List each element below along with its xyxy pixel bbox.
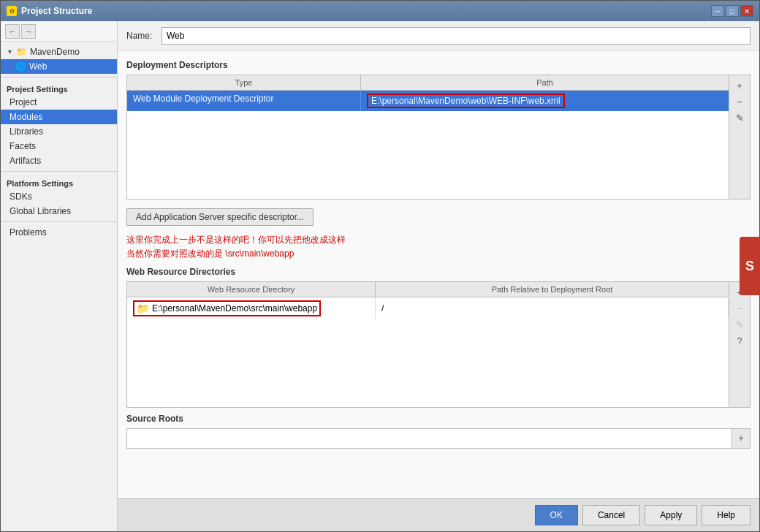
sidebar-item-facets[interactable]: Facets (1, 139, 117, 153)
deployment-edit-btn[interactable]: ✎ (732, 110, 747, 125)
web-resource-section-label: Web Resource Directories (126, 267, 750, 277)
web-dir-header: Web Resource Directory (127, 282, 376, 297)
web-dir-bordered: 📁 E:\personal\MavenDemo\src\main\webapp (133, 300, 321, 316)
tree-item-label: MavenDemo (30, 47, 80, 57)
row-type-cell: Web Module Deployment Descriptor (127, 91, 361, 111)
forward-button[interactable]: → (21, 24, 36, 39)
sidebar-item-libraries[interactable]: Libraries (1, 124, 117, 139)
tree-item-web-label: Web (29, 61, 47, 72)
web-table-header: Web Resource Directory Path Relative to … (127, 282, 729, 297)
tree-arrow-icon: ▼ (7, 48, 13, 56)
web-dir-cell: 📁 E:\personal\MavenDemo\src\main\webapp (127, 297, 376, 319)
annotation-line2: 当然你需要对照改动的是 \src\main\webapp (126, 247, 750, 261)
name-label: Name: (126, 31, 156, 41)
web-rel-header: Path Relative to Deployment Root (376, 282, 729, 297)
title-bar: ⚙ Project Structure ─ □ ✕ (1, 1, 759, 21)
row-path-cell: E:\personal\MavenDemo\web\WEB-INF\web.xm… (361, 91, 729, 111)
source-roots-side-buttons: + (732, 428, 750, 449)
annotation-line1: 这里你完成上一步不是这样的吧！你可以先把他改成这样 (126, 233, 750, 247)
type-column-header: Type (127, 75, 361, 90)
window-title: Project Structure (21, 6, 711, 16)
divider-2 (1, 171, 117, 172)
source-add-btn[interactable]: + (734, 430, 748, 445)
sidebar-item-global-libraries[interactable]: Global Libraries (1, 204, 117, 218)
help-button[interactable]: Help (702, 505, 750, 525)
table-empty-area (127, 111, 729, 199)
sidebar-item-sdks[interactable]: SDKs (1, 189, 117, 204)
divider-1 (1, 77, 117, 77)
apply-button[interactable]: Apply (645, 505, 697, 525)
sidebar: ← → ▼ 📁 MavenDemo 🌐 Web Project Sett (1, 21, 118, 531)
web-icon: 🌐 (15, 61, 26, 72)
window-controls: ─ □ ✕ (711, 5, 753, 17)
ok-button[interactable]: OK (535, 505, 578, 525)
sidebar-item-project[interactable]: Project (1, 95, 117, 110)
window-icon: ⚙ (7, 6, 17, 16)
tree-item-web[interactable]: 🌐 Web (1, 59, 117, 74)
maximize-btn[interactable]: □ (726, 5, 739, 17)
content-area: Name: Deployment Descriptors Type Path (118, 21, 759, 531)
web-rel-cell: / (376, 300, 729, 316)
web-dir-value: E:\personal\MavenDemo\src\main\webapp (152, 303, 317, 314)
web-edit-btn: ✎ (732, 317, 747, 332)
deployment-descriptors-table: Type Path Web Module Deployment Descript… (126, 75, 729, 200)
corner-decoration-logo: S (740, 237, 759, 295)
sidebar-item-modules[interactable]: Modules (1, 110, 117, 124)
web-resource-row[interactable]: 📁 E:\personal\MavenDemo\src\main\webapp … (127, 297, 729, 319)
path-value: E:\personal\MavenDemo\web\WEB-INF\web.xm… (367, 94, 565, 108)
bottom-bar: OK Cancel Apply Help (118, 498, 759, 531)
web-remove-btn: − (732, 301, 747, 316)
table-header: Type Path (127, 75, 729, 91)
cancel-button[interactable]: Cancel (582, 505, 640, 525)
divider-3 (1, 221, 117, 222)
main-content: ← → ▼ 📁 MavenDemo 🌐 Web Project Sett (1, 21, 759, 531)
source-roots-table (126, 428, 732, 449)
name-input[interactable] (162, 27, 750, 45)
add-descriptor-button[interactable]: Add Application Server specific descript… (126, 208, 314, 226)
path-column-header: Path (361, 75, 729, 90)
back-button[interactable]: ← (5, 24, 20, 39)
deployment-add-btn[interactable]: + (732, 78, 747, 93)
web-table-empty (127, 319, 729, 407)
sidebar-item-problems[interactable]: Problems (1, 225, 117, 240)
deployment-section-label: Deployment Descriptors (126, 60, 750, 70)
web-help-btn[interactable]: ? (732, 333, 747, 348)
platform-settings-title: Platform Settings (1, 175, 117, 189)
sidebar-item-artifacts[interactable]: Artifacts (1, 153, 117, 168)
minimize-btn[interactable]: ─ (711, 5, 724, 17)
name-row: Name: (118, 21, 759, 51)
content-scroll: Deployment Descriptors Type Path Web Mod… (118, 51, 759, 498)
web-resource-table: Web Resource Directory Path Relative to … (126, 281, 729, 408)
folder-icon: 📁 (16, 47, 27, 57)
project-structure-window: ⚙ Project Structure ─ □ ✕ ← → ▼ 📁 MavenD… (0, 0, 760, 532)
project-settings-title: Project Settings (1, 80, 117, 95)
close-btn[interactable]: ✕ (740, 5, 753, 17)
sidebar-toolbar: ← → (1, 21, 117, 42)
tree-item-mavendemo[interactable]: ▼ 📁 MavenDemo (1, 45, 117, 59)
deployment-remove-btn[interactable]: − (732, 94, 747, 109)
source-roots-label: Source Roots (126, 414, 750, 424)
annotation-tooltip: 这里你完成上一步不是这样的吧！你可以先把他改成这样 当然你需要对照改动的是 \s… (126, 233, 750, 261)
project-tree: ▼ 📁 MavenDemo 🌐 Web Project Settings Pro… (1, 42, 117, 531)
web-side-buttons: + − ✎ ? (729, 281, 750, 408)
deployment-row[interactable]: Web Module Deployment Descriptor E:\pers… (127, 91, 729, 111)
deployment-side-buttons: + − ✎ (729, 75, 750, 200)
folder-red-icon: 📁 (137, 303, 149, 314)
